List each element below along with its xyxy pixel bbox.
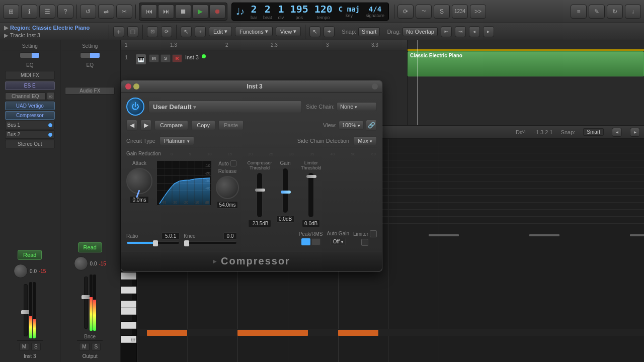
limiter-toggle[interactable]	[361, 239, 368, 246]
gain-thumb[interactable]	[281, 191, 291, 194]
play-btn[interactable]: ▶	[192, 5, 208, 19]
piano-key-a2[interactable]	[121, 273, 136, 280]
forward-btn[interactable]: ⏭	[158, 5, 174, 19]
solo-btn-1[interactable]: S	[31, 343, 41, 350]
circuit-type-select[interactable]: Platinum ▾	[159, 136, 194, 145]
track-rec-btn[interactable]: R	[172, 54, 182, 62]
loop-region-btn[interactable]: ⟳	[161, 26, 172, 37]
piano-key-gb2[interactable]	[121, 294, 132, 301]
drag-select[interactable]: No Overlap	[403, 27, 438, 36]
bus2-btn[interactable]: Bus 2	[5, 130, 55, 139]
pointer-btn[interactable]: ↖	[181, 26, 192, 37]
knee-thumb[interactable]	[184, 240, 189, 246]
num-btn[interactable]: 1234	[452, 5, 468, 19]
functions-menu[interactable]: Functions ▾	[235, 27, 273, 36]
rewind-btn[interactable]: ⏮	[141, 5, 157, 19]
note-c2-2[interactable]	[237, 330, 308, 336]
mute-btn-1[interactable]: M	[19, 343, 29, 350]
stop-btn[interactable]: ⏹	[175, 5, 191, 19]
next-preset-btn[interactable]: ▶	[140, 120, 151, 131]
fader-1[interactable]	[24, 284, 28, 336]
list-view-btn[interactable]: ≡	[571, 5, 587, 19]
gain-track[interactable]	[282, 168, 288, 213]
knee-slider[interactable]	[184, 241, 237, 244]
prev-preset-btn[interactable]: ◀	[126, 120, 137, 131]
paste-btn[interactable]: Paste	[218, 120, 244, 130]
snap-select[interactable]: Smart	[358, 27, 380, 36]
piano-key-db2[interactable]	[121, 329, 132, 336]
tool-btn1[interactable]: ↖	[309, 26, 320, 37]
channel-eq-btn[interactable]: Channel EQ	[5, 93, 46, 100]
cycle-btn[interactable]: ↺	[80, 5, 96, 19]
record-btn[interactable]: ⏺	[209, 5, 225, 19]
attack-knob[interactable]	[126, 168, 152, 194]
rms-btn[interactable]	[311, 238, 320, 245]
add-region-btn[interactable]: □	[127, 26, 138, 37]
close-btn[interactable]	[125, 83, 131, 89]
channel-knob-2[interactable]	[80, 52, 100, 58]
piano-key-c2[interactable]: C2	[121, 336, 136, 343]
region-block[interactable]: Classic Electric Piano	[408, 51, 644, 76]
expand-btn[interactable]: >>	[470, 5, 486, 19]
piano-key-f2[interactable]	[121, 301, 136, 308]
auto-gain-select[interactable]: Off ▾	[331, 238, 346, 245]
link-channel-btn[interactable]: ∞	[47, 92, 55, 100]
fader-2[interactable]	[84, 277, 88, 329]
mute-btn-2[interactable]: M	[79, 343, 89, 350]
edit-view-btn[interactable]: ✎	[589, 5, 605, 19]
mix-btn[interactable]: ⇌	[98, 5, 114, 19]
adjust-btn3[interactable]: ◂	[469, 26, 480, 37]
s-btn[interactable]: S	[434, 5, 450, 19]
step-zoom-in[interactable]: ◂	[612, 128, 622, 137]
power-btn[interactable]: ⏻	[126, 98, 144, 116]
note-c2-3[interactable]	[338, 330, 378, 336]
info-btn[interactable]: ℹ	[21, 5, 37, 19]
expand-arrow[interactable]: ▶	[213, 258, 217, 264]
copy-btn[interactable]: Copy	[191, 120, 215, 130]
track-mute-btn[interactable]: M	[149, 54, 159, 62]
solo-btn-2[interactable]: S	[92, 343, 101, 350]
comp-threshold-thumb[interactable]	[255, 189, 265, 192]
help-btn[interactable]: ?	[57, 5, 73, 19]
midi-fx-btn[interactable]: MIDI FX	[5, 71, 55, 79]
stereo-out-btn[interactable]: Stereo Out	[5, 140, 55, 148]
grid-btn[interactable]: ⊞	[3, 5, 19, 19]
read-btn-2[interactable]: Read	[78, 242, 102, 252]
bus1-btn[interactable]: Bus 1	[5, 121, 55, 129]
preset-select[interactable]: User Default ▾	[148, 101, 302, 113]
capture-btn[interactable]: ⊡	[147, 26, 158, 37]
compressor-btn[interactable]: Compressor	[5, 111, 55, 120]
scd-select[interactable]: Max ▾	[353, 136, 377, 145]
piano-key-eb2[interactable]	[121, 315, 132, 322]
pencil-btn[interactable]: +	[195, 26, 206, 37]
scissors-btn[interactable]: ✂	[116, 5, 132, 19]
snap-select-step[interactable]: Smart	[583, 128, 604, 136]
add-track-btn[interactable]: +	[113, 26, 124, 37]
adjust-btn4[interactable]: ▸	[483, 26, 494, 37]
piano-key-e2[interactable]	[121, 308, 136, 315]
adjust-btn2[interactable]: ⇥	[455, 26, 466, 37]
view-menu[interactable]: View ▾	[276, 27, 301, 36]
peak-btn[interactable]	[301, 238, 310, 245]
limiter-threshold-thumb[interactable]	[306, 175, 316, 178]
comp-threshold-track[interactable]	[257, 172, 263, 218]
edit-menu[interactable]: Edit ▾	[209, 27, 232, 36]
limiter-checkbox[interactable]	[370, 230, 377, 237]
channel-knob-1[interactable]	[20, 52, 40, 58]
vol-knob-1[interactable]	[14, 264, 28, 278]
auto-checkbox[interactable]	[230, 160, 236, 166]
audio-fx-btn[interactable]: Audio FX	[65, 87, 115, 95]
minimize-btn[interactable]	[133, 83, 139, 89]
tune-btn[interactable]: 〜	[416, 5, 432, 19]
list-btn[interactable]: ☰	[39, 5, 55, 19]
limiter-threshold-track[interactable]	[308, 172, 314, 218]
sync-btn[interactable]: ⟳	[397, 5, 414, 19]
piano-key-ab2[interactable]	[121, 280, 132, 287]
link-btn[interactable]: 🔗	[366, 120, 377, 131]
es-e-btn[interactable]: ES E	[5, 81, 55, 90]
loop-btn[interactable]: ↻	[607, 5, 623, 19]
ratio-thumb[interactable]	[153, 240, 158, 246]
release-knob[interactable]	[216, 176, 239, 199]
side-chain-select[interactable]: None ▾	[337, 102, 377, 111]
piano-key-d2[interactable]	[121, 322, 136, 329]
